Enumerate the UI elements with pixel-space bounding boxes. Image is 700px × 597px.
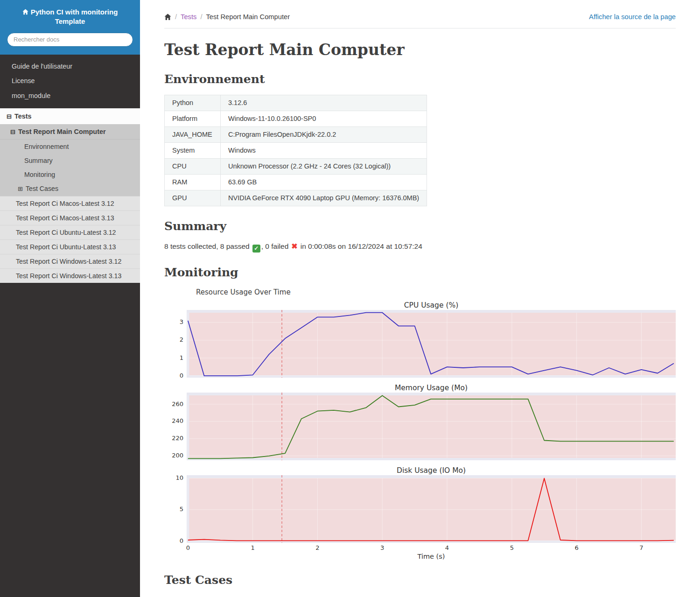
monitoring-chart: Resource Usage Over Time CPU Usage (%) 0… — [168, 288, 676, 560]
sidebar-item-guide[interactable]: Guide de l'utilisateur — [0, 59, 140, 74]
check-mark-emoji: ✓ — [252, 245, 260, 253]
sidebar-nav-item: Test Report Ci Ubuntu-Latest 3.12 — [0, 225, 140, 239]
home-icon — [164, 14, 171, 21]
sidebar-nav-item: Guide de l'utilisateur — [0, 59, 140, 74]
section-heading-environnement: Environnement — [164, 72, 676, 86]
breadcrumb-current: Test Report Main Computer — [206, 13, 290, 21]
section-heading-test-cases: Test Cases — [164, 573, 676, 587]
env-value: Unknown Processor (2.2 GHz - 24 Cores (3… — [221, 158, 427, 174]
expand-icon[interactable]: ⊞ — [18, 185, 23, 192]
sidebar-item-license[interactable]: License — [0, 74, 140, 89]
x-tick-label: 0 — [186, 544, 190, 551]
subplot-title: Disk Usage (IO Mo) — [187, 466, 676, 475]
section-heading-monitoring: Monitoring — [164, 266, 676, 280]
collapse-icon[interactable]: ⊟ — [10, 128, 15, 135]
y-tick-label: 10 — [175, 474, 183, 482]
env-value: 3.12.6 — [221, 95, 427, 111]
project-title: Python CI with monitoring Template — [31, 8, 118, 25]
sidebar-item-report[interactable]: Test Report Ci Ubuntu-Latest 3.13 — [0, 240, 140, 254]
environment-table: Python3.12.6PlatformWindows-11-10.0.2610… — [164, 95, 427, 206]
x-axis-title: Time (s) — [187, 553, 676, 560]
env-table-row: JAVA_HOMEC:Program FilesOpenJDKjdk-22.0.… — [165, 126, 427, 142]
env-table-row: RAM63.69 GB — [165, 174, 427, 190]
sidebar-item-report[interactable]: Test Report Ci Ubuntu-Latest 3.12 — [0, 225, 140, 239]
x-tick-label: 5 — [510, 544, 514, 551]
x-tick-label: 4 — [445, 544, 449, 551]
plot-area — [187, 310, 676, 378]
env-key: RAM — [165, 174, 221, 190]
x-axis-labels: 01234567 — [187, 543, 676, 552]
y-axis-labels: 200220240260 — [168, 393, 187, 460]
env-table-row: CPUUnknown Processor (2.2 GHz - 24 Cores… — [165, 158, 427, 174]
sidebar-nav-item: mon_module — [0, 89, 140, 104]
y-axis-labels: 0123 — [168, 310, 187, 378]
y-tick-label: 220 — [172, 435, 183, 442]
env-key: CPU — [165, 158, 221, 174]
sidebar-sibling-reports: Test Report Ci Macos-Latest 3.12Test Rep… — [0, 196, 140, 283]
breadcrumb-tests-link[interactable]: Tests — [181, 13, 196, 21]
plot-area — [187, 393, 676, 460]
sidebar-item-report[interactable]: Test Report Ci Macos-Latest 3.12 — [0, 197, 140, 211]
sidebar-item-current-page[interactable]: ⊟Test Report Main Computer — [0, 124, 140, 140]
env-value: C:Program FilesOpenJDKjdk-22.0.2 — [221, 126, 427, 142]
sidebar-tests-section: ⊟Tests ⊟Test Report Main Computer Enviro… — [0, 108, 140, 283]
main-content: / Tests / Test Report Main Computer Affi… — [140, 0, 700, 597]
chart-title: Resource Usage Over Time — [196, 288, 676, 297]
env-key: GPU — [165, 190, 221, 206]
y-tick-label: 2 — [180, 336, 183, 344]
sidebar-item-mon-module[interactable]: mon_module — [0, 89, 140, 104]
sidebar-nav: Guide de l'utilisateurLicensemon_module … — [0, 55, 140, 283]
subplot-disk-usage: Disk Usage (IO Mo) 0510 — [168, 466, 676, 543]
y-tick-label: 240 — [172, 417, 183, 425]
sidebar-item-label: Test Cases — [26, 185, 58, 192]
env-table-row: SystemWindows — [165, 142, 427, 158]
env-table-row: PlatformWindows-11-10.0.26100-SP0 — [165, 111, 427, 126]
env-table-row: GPUNVIDIA GeForce RTX 4090 Laptop GPU (M… — [165, 190, 427, 206]
env-key: JAVA_HOME — [165, 126, 221, 142]
sidebar-item-test-cases[interactable]: ⊞Test Cases — [0, 182, 140, 196]
sidebar-item-report[interactable]: Test Report Ci Windows-Latest 3.13 — [0, 269, 140, 283]
breadcrumb-separator: / — [200, 13, 202, 21]
sidebar-nav-item: Summary — [0, 154, 140, 168]
sidebar-page-anchors: EnvironnementSummaryMonitoring — [0, 140, 140, 182]
sidebar-item-report[interactable]: Test Report Ci Macos-Latest 3.13 — [0, 211, 140, 225]
sidebar-anchor-summary[interactable]: Summary — [0, 154, 140, 168]
summary-part2: , 0 failed — [261, 242, 289, 250]
x-tick-label: 1 — [251, 544, 254, 551]
collapse-icon[interactable]: ⊟ — [7, 113, 12, 120]
page-title: Test Report Main Computer — [164, 41, 676, 59]
sidebar-anchor-environnement[interactable]: Environnement — [0, 140, 140, 154]
breadcrumb-divider — [164, 28, 676, 28]
summary-text: 8 tests collected, 8 passed✓, 0 failed✖i… — [164, 242, 676, 253]
y-axis-labels: 0510 — [168, 475, 187, 543]
env-value: 63.69 GB — [221, 174, 427, 190]
sidebar-anchor-monitoring[interactable]: Monitoring — [0, 168, 140, 182]
sidebar-item-tests[interactable]: ⊟Tests — [0, 108, 140, 124]
x-tick-label: 3 — [380, 544, 384, 551]
project-home-link[interactable]: Python CI with monitoring Template — [10, 7, 130, 27]
home-icon — [22, 9, 28, 15]
subplot-memory-usage: Memory Usage (Mo) 200220240260 — [168, 383, 676, 460]
sidebar-item-label: Test Report Main Computer — [18, 128, 106, 135]
sidebar: Python CI with monitoring Template Guide… — [0, 0, 140, 597]
subplot-title: CPU Usage (%) — [187, 301, 676, 310]
env-value: NVIDIA GeForce RTX 4090 Laptop GPU (Memo… — [221, 190, 427, 206]
env-value: Windows-11-10.0.26100-SP0 — [221, 111, 427, 126]
y-tick-label: 1 — [180, 354, 183, 362]
env-table-row: Python3.12.6 — [165, 95, 427, 111]
search-input[interactable] — [7, 33, 133, 47]
sidebar-top-links: Guide de l'utilisateurLicensemon_module — [0, 55, 140, 104]
y-tick-label: 0 — [180, 372, 183, 379]
sidebar-item-label: Tests — [14, 112, 32, 120]
y-tick-label: 5 — [180, 506, 183, 513]
breadcrumb-home-link[interactable] — [164, 14, 171, 21]
sidebar-nav-item: Test Report Ci Macos-Latest 3.12 — [0, 196, 140, 211]
sidebar-nav-item: Test Report Ci Macos-Latest 3.13 — [0, 211, 140, 225]
subplot-title: Memory Usage (Mo) — [187, 383, 676, 393]
env-key: Platform — [165, 111, 221, 126]
sidebar-header: Python CI with monitoring Template — [0, 0, 140, 55]
sidebar-nav-item: License — [0, 74, 140, 89]
sidebar-nav-item: Test Report Ci Ubuntu-Latest 3.13 — [0, 239, 140, 254]
view-source-link[interactable]: Afficher la source de la page — [589, 13, 676, 21]
sidebar-item-report[interactable]: Test Report Ci Windows-Latest 3.12 — [0, 254, 140, 268]
